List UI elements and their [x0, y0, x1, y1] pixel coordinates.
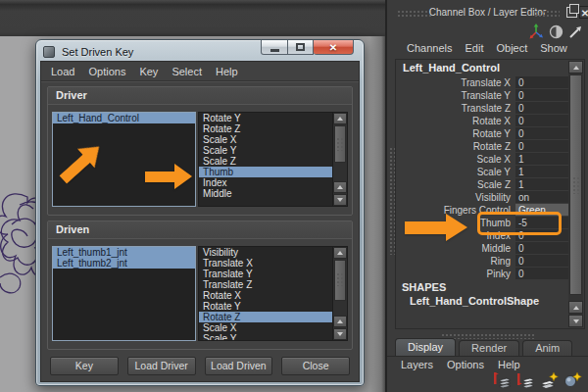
- driven-attr-scale-x[interactable]: Scale X: [199, 322, 332, 333]
- channel-name-translate-y[interactable]: Translate Y: [396, 89, 515, 102]
- channel-name-rotate-z[interactable]: Rotate Z: [396, 140, 515, 153]
- driven-attribute-list[interactable]: VisibilityTranslate XTranslate YTranslat…: [198, 246, 332, 341]
- close-panel-icon[interactable]: ✕: [579, 6, 588, 19]
- minimize-button[interactable]: [261, 40, 288, 55]
- driven-attr-scale-y[interactable]: Scale Y: [199, 333, 332, 341]
- driven-attr-rotate-z[interactable]: Rotate Z: [199, 312, 332, 322]
- channel-name-translate-z[interactable]: Translate Z: [396, 102, 515, 115]
- channel-value-pinky[interactable]: 0: [515, 268, 568, 279]
- sdk-menu-help[interactable]: Help: [216, 66, 238, 77]
- create-empty-layer-icon[interactable]: [539, 371, 559, 388]
- driver-attr-scale-x[interactable]: Scale X: [199, 134, 332, 145]
- driver-attr-rotate-y[interactable]: Rotate Y: [199, 113, 332, 123]
- channel-name-visibility[interactable]: Visibility: [396, 191, 515, 204]
- channel-name-scale-y[interactable]: Scale Y: [396, 166, 515, 178]
- channel-value-visibility[interactable]: on: [515, 191, 568, 203]
- channel-name-rotate-x[interactable]: Rotate X: [396, 115, 515, 127]
- driver-attr-scale-y[interactable]: Scale Y: [199, 145, 332, 156]
- set-driven-key-window[interactable]: Set Driven Key ✕ LoadOptionsKeySelectHel…: [35, 39, 365, 386]
- button-load-driven[interactable]: Load Driven: [205, 357, 273, 375]
- driver-attr-middle[interactable]: Middle: [199, 188, 332, 199]
- scroll-down-button[interactable]: [333, 328, 347, 340]
- sdk-menu-key[interactable]: Key: [139, 66, 158, 77]
- driver-object-left-hand-control[interactable]: Left_Hand_Control: [53, 113, 195, 123]
- channel-value-rotate-z[interactable]: 0: [515, 140, 568, 152]
- button-load-driver[interactable]: Load Driver: [127, 357, 196, 375]
- move-layer-down-icon[interactable]: [515, 371, 535, 388]
- driven-attr-translate-x[interactable]: Translate X: [199, 258, 332, 269]
- channel-value-translate-x[interactable]: 0: [515, 76, 568, 88]
- channel-box-menu-channels[interactable]: Channels: [407, 42, 452, 54]
- driven-attr-rotate-y[interactable]: Rotate Y: [199, 301, 332, 312]
- channel-name-pinky[interactable]: Pinky: [396, 268, 515, 280]
- driven-attr-translate-z[interactable]: Translate Z: [199, 279, 332, 290]
- scrollbar-thumb[interactable]: [334, 125, 346, 163]
- sdk-menu-select[interactable]: Select: [172, 66, 202, 77]
- driven-attr-rotate-x[interactable]: Rotate X: [199, 290, 332, 301]
- driven-attr-translate-y[interactable]: Translate Y: [199, 269, 332, 279]
- driven-object-list[interactable]: Left_thumb1_jntLeft_thumb2_jnt: [52, 246, 196, 341]
- close-button[interactable]: ✕: [314, 40, 354, 55]
- layer-menu-options[interactable]: Options: [447, 359, 484, 370]
- manipulator-axis-icon[interactable]: [528, 24, 545, 40]
- channel-name-middle[interactable]: Middle: [396, 242, 515, 255]
- float-panel-icon[interactable]: [566, 7, 577, 18]
- channel-object-name[interactable]: Left_Hand_Control: [396, 60, 584, 76]
- tab-display[interactable]: Display: [395, 338, 456, 356]
- channel-value-middle[interactable]: 0: [515, 242, 568, 254]
- scroll-up-button[interactable]: [568, 301, 583, 314]
- speed-toggle-icon[interactable]: [549, 24, 564, 39]
- channel-value-translate-z[interactable]: 0: [515, 102, 568, 114]
- scroll-down-button[interactable]: [333, 194, 347, 206]
- panel-header[interactable]: Channel Box / Layer Editor ✕: [387, 4, 588, 22]
- driver-attribute-list[interactable]: Rotate YRotate ZScale XScale YScale ZThu…: [198, 112, 332, 207]
- window-titlebar[interactable]: Set Driven Key ✕: [40, 40, 360, 61]
- layer-menu-layers[interactable]: Layers: [401, 359, 433, 370]
- sdk-menu-load[interactable]: Load: [51, 66, 74, 77]
- drag-grip-icon[interactable]: [534, 10, 560, 18]
- layer-menu-help[interactable]: Help: [498, 359, 520, 370]
- driver-attr-index[interactable]: Index: [199, 177, 332, 188]
- channel-name-scale-x[interactable]: Scale X: [396, 153, 515, 166]
- channel-box-scrollbar[interactable]: [568, 61, 583, 327]
- channel-name-scale-z[interactable]: Scale Z: [396, 178, 515, 191]
- scrollbar-thumb[interactable]: [569, 74, 582, 295]
- tab-render[interactable]: Render: [459, 340, 519, 356]
- channel-box-menu-object[interactable]: Object: [496, 42, 527, 54]
- driven-attr-visibility[interactable]: Visibility: [199, 247, 332, 258]
- driver-attr-rotate-z[interactable]: Rotate Z: [199, 123, 332, 134]
- channel-value-rotate-y[interactable]: 0: [515, 127, 568, 139]
- tab-anim[interactable]: Anim: [522, 340, 572, 356]
- channel-name-translate-x[interactable]: Translate X: [396, 76, 515, 89]
- scroll-down-button[interactable]: [568, 315, 583, 327]
- channel-value-scale-x[interactable]: 1: [515, 153, 568, 165]
- channel-value-scale-y[interactable]: 1: [515, 166, 568, 177]
- channel-box-menu-edit[interactable]: Edit: [465, 42, 483, 54]
- scroll-up-button[interactable]: [333, 247, 347, 259]
- driver-list-scrollbar[interactable]: [332, 112, 348, 207]
- driver-attr-scale-z[interactable]: Scale Z: [199, 156, 332, 167]
- scroll-up-button[interactable]: [333, 316, 347, 327]
- shape-node-name[interactable]: Left_Hand_ControlShape: [396, 293, 584, 307]
- driven-object-left-thumb1-jnt[interactable]: Left_thumb1_jnt: [53, 247, 195, 258]
- channel-value-rotate-x[interactable]: 0: [515, 115, 568, 126]
- driver-attr-thumb[interactable]: Thumb: [199, 167, 332, 177]
- channel-value-translate-y[interactable]: 0: [515, 89, 568, 101]
- button-close[interactable]: Close: [281, 357, 350, 375]
- channel-value-scale-z[interactable]: 1: [515, 178, 568, 190]
- channel-value-ring[interactable]: 0: [515, 255, 568, 267]
- channel-name-rotate-y[interactable]: Rotate Y: [396, 127, 515, 140]
- driven-list-scrollbar[interactable]: [332, 246, 348, 341]
- select-arrow-icon[interactable]: [567, 24, 583, 40]
- scroll-up-button[interactable]: [568, 61, 583, 74]
- maximize-button[interactable]: [288, 40, 314, 55]
- driven-object-left-thumb2-jnt[interactable]: Left_thumb2_jnt: [53, 258, 195, 269]
- scroll-up-button[interactable]: [333, 113, 347, 124]
- move-layer-up-icon[interactable]: [492, 371, 512, 388]
- sdk-menu-options[interactable]: Options: [88, 66, 125, 77]
- create-layer-from-selected-icon[interactable]: [563, 371, 582, 388]
- channel-name-ring[interactable]: Ring: [396, 255, 515, 268]
- scroll-up-button[interactable]: [333, 181, 347, 193]
- panel-divider-grip[interactable]: [441, 333, 534, 339]
- button-key[interactable]: Key: [50, 357, 119, 375]
